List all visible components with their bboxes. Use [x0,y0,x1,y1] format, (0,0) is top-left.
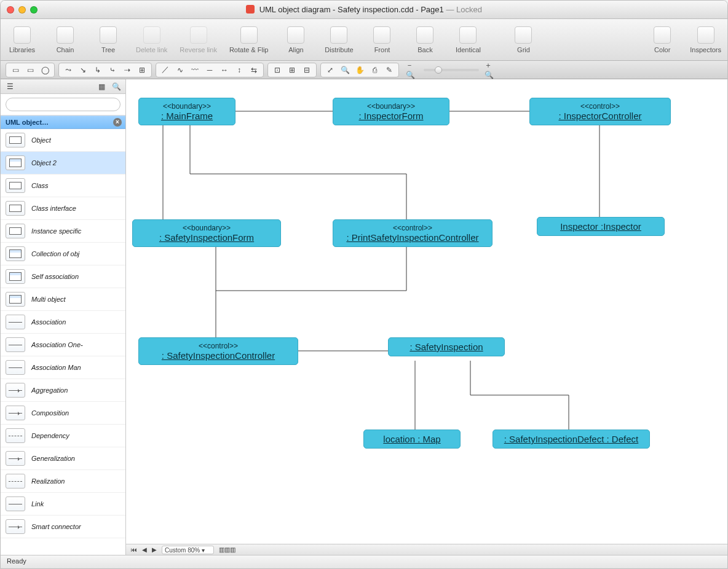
nav-first-icon[interactable]: ⏮ [131,546,137,553]
library-item[interactable]: Realization [1,470,125,493]
connector1-icon[interactable]: ⤳ [61,64,75,76]
connector3-icon[interactable]: ↳ [91,64,105,76]
chain-button[interactable]: Chain [50,26,81,53]
uml-node-locationmap[interactable]: location : Map [363,430,461,449]
nav-next-icon[interactable]: ▶ [152,546,157,553]
library-item[interactable]: Association Man [1,356,125,379]
library-item[interactable]: Association One- [1,334,125,356]
library-item-label: Association Man [31,364,81,371]
close-icon[interactable] [7,6,14,14]
library-item[interactable]: Association [1,311,125,334]
uml-node-inspector[interactable]: Inspector :Inspector [537,217,665,236]
library-item[interactable]: Multi object [1,288,125,311]
library-item[interactable]: Class [1,175,125,197]
panel-grid-icon[interactable]: ▦ [96,82,107,92]
grid-button[interactable]: Grid [508,26,539,53]
identical-button[interactable]: Identical [453,26,483,53]
connector4-icon[interactable]: ⤷ [106,64,119,76]
library-item[interactable]: Composition [1,402,125,425]
tree-icon [100,26,117,44]
uml-node-inspectorform[interactable]: <<boundary>>: InspectorForm [333,98,449,125]
fit-icon[interactable]: ⤢ [323,64,337,76]
stamp-icon[interactable]: ⎙ [368,64,381,76]
group2-icon[interactable]: ⊞ [285,64,299,76]
library-item[interactable]: Link [1,493,125,516]
group1-icon[interactable]: ⊡ [271,64,284,76]
line1-icon[interactable]: ／ [159,64,172,76]
inspectors-icon [697,26,714,44]
color-button[interactable]: Color [647,26,678,53]
panel-search-icon[interactable]: 🔍 [111,82,122,92]
distribute-button[interactable]: Distribute [323,26,354,53]
library-thumb-icon [6,337,25,352]
library-search-input[interactable] [6,98,121,111]
uml-node-safetyinspection[interactable]: : SafetyInspection [388,337,505,356]
uml-node-mainframe[interactable]: <<boundary>>: MainFrame [138,98,235,125]
library-item-label: Multi object [31,296,66,303]
page-tabs-icon[interactable]: ▥▥▥ [219,546,235,553]
stereotype-label: <<boundary>> [341,102,441,111]
zoom-level-select[interactable]: Custom 80% ▾ [162,546,214,554]
diagram-canvas[interactable]: <<boundary>>: MainFrame<<boundary>>: Ins… [126,79,727,555]
library-item[interactable]: Object 2 [1,152,125,175]
library-thumb-icon [6,292,25,307]
uml-node-safetyinspectionctrl[interactable]: <<control>>: SafetyInspectionController [138,337,298,365]
library-item[interactable]: Object [1,129,125,152]
zoom-out-icon[interactable]: －🔍 [405,64,419,76]
zoom-slider[interactable] [424,69,479,71]
uml-node-printctrl[interactable]: <<control>>: PrintSafetyInspectionContro… [333,219,493,247]
tree-button[interactable]: Tree [93,26,124,53]
nav-prev-icon[interactable]: ◀ [142,546,147,553]
group3-icon[interactable]: ⊟ [300,64,314,76]
uml-node-inspectorcontroller[interactable]: <<control>>: InspectorController [529,98,671,125]
library-item[interactable]: Instance specific [1,220,125,243]
front-icon [373,26,390,44]
library-item[interactable]: Collection of obj [1,243,125,265]
line6-icon[interactable]: ↕ [232,64,246,76]
eyedrop-icon[interactable]: ✎ [382,64,396,76]
minimize-icon[interactable] [18,6,26,14]
align-button[interactable]: Align [280,26,311,53]
library-item[interactable]: Dependency [1,425,125,447]
front-button[interactable]: Front [366,26,397,53]
uml-node-safetyinspectionform[interactable]: <<boundary>>: SafetyInspectionForm [132,219,281,247]
library-item[interactable]: Aggregation [1,379,125,402]
toolbar-label: Delete link [136,46,167,53]
node-name-label: Inspector :Inspector [560,221,641,232]
line3-icon[interactable]: 〰 [188,64,202,76]
libraries-icon [14,26,31,44]
libraries-button[interactable]: Libraries [7,26,38,53]
library-item-label: Class [31,182,49,189]
library-title-bar[interactable]: UML object… × [1,116,125,129]
zoom-in-icon[interactable]: ＋🔍 [484,64,497,76]
toolbar-label: Color [654,46,670,53]
connector6-icon[interactable]: ⊞ [135,64,149,76]
library-item[interactable]: Self association [1,265,125,288]
window-title: UML object diagram - Safety inspection.c… [1,5,727,14]
connector5-icon[interactable]: ⇢ [121,64,134,76]
back-button[interactable]: Back [410,26,440,53]
inspectors-button[interactable]: Inspectors [690,26,721,53]
line4-icon[interactable]: ─ [203,64,216,76]
pan-icon[interactable]: ✋ [353,64,366,76]
library-item[interactable]: Generalization [1,447,125,470]
library-item[interactable]: Smart connector [1,516,125,538]
rect-tool-icon[interactable]: ▭ [23,64,37,76]
rotate-flip-button[interactable]: Rotate & Flip [229,26,269,53]
line2-icon[interactable]: ∿ [173,64,187,76]
library-title: UML object… [6,119,49,126]
ellipse-tool-icon[interactable]: ◯ [38,64,52,76]
uml-node-defect[interactable]: : SafetyInspectionDefect : Defect [493,430,650,449]
pointer-tool-icon[interactable]: ▭ [9,64,22,76]
node-name-label: : SafetyInspectionDefect : Defect [504,434,638,444]
line7-icon[interactable]: ⇆ [247,64,261,76]
line5-icon[interactable]: ↔ [218,64,231,76]
connector2-icon[interactable]: ↘ [76,64,90,76]
library-toolbar: ☰ ▦ 🔍 [1,79,125,94]
toolbar-label: Back [417,46,432,53]
panel-outline-icon[interactable]: ☰ [4,82,15,92]
zoom-icon[interactable] [30,6,38,14]
magnify-icon[interactable]: 🔍 [338,64,352,76]
library-item[interactable]: Class interface [1,197,125,220]
library-close-icon[interactable]: × [113,118,122,127]
